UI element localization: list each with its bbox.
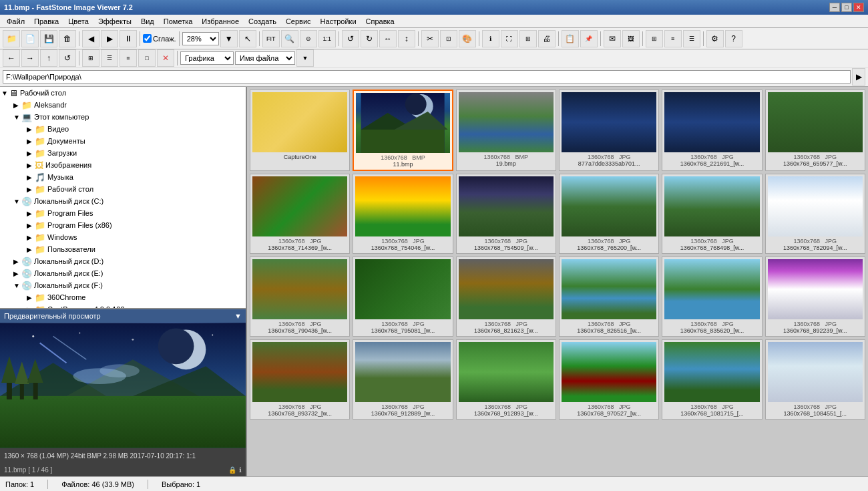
thumb-893732[interactable]: 1360x768 JPG 1360x768_893732_[w... [250,339,350,420]
cursor-button[interactable]: ↖ [239,30,256,47]
zoom-in-button[interactable]: 🔍 [281,30,298,47]
preview-collapse-icon[interactable]: ▼ [234,312,242,320]
expand-desktop2[interactable]: ▶ [27,186,35,193]
list-view-button[interactable]: ≡ [664,30,682,47]
tree-item-desktop[interactable]: ▼ 🖥 Рабочий стол [0,87,246,99]
sort-mode-select[interactable]: Имя файла [235,51,295,65]
zoom-dropdown-button[interactable]: ▼ [220,30,238,47]
flip-v-button[interactable]: ↕ [398,30,415,47]
expand-diskf[interactable]: ▼ [13,282,21,289]
thumb-1081715[interactable]: 1360x768 JPG 1360x768_1081715_[... [662,339,762,420]
resize-button[interactable]: ⊡ [440,30,457,47]
expand-aleksandr[interactable]: ▶ [13,102,21,109]
expand-docs[interactable]: ▶ [27,138,35,145]
thumb-835620[interactable]: 1360x768 JPG 1360x768_835620_[w... [662,257,762,337]
expand-users[interactable]: ▶ [27,246,35,253]
tree-item-users[interactable]: ▶ 📁 Пользователи [0,243,246,255]
tree-item-images[interactable]: ▶ 🖼 Изображения [0,159,246,171]
thumb-765200[interactable]: 1360x768 JPG 1360x768_765200_[w... [559,174,659,254]
expand-progfiles86[interactable]: ▶ [27,222,35,229]
thumb-795081[interactable]: 1360x768 JPG 1360x768_795081_[w... [353,257,453,337]
paste-button[interactable]: 📌 [580,30,598,47]
back-button[interactable]: ← [3,49,20,67]
delete-button[interactable]: 🗑 [59,30,76,47]
zoom-100-button[interactable]: 1:1 [318,30,336,47]
thumb-captureone[interactable]: CaptureOne [250,90,350,171]
detail-view-button[interactable]: ☰ [683,30,700,47]
thumbnail-panel[interactable]: CaptureOne [247,87,868,476]
copy-button[interactable]: 📋 [562,30,579,47]
wallpaper-button[interactable]: 🖼 [622,30,640,47]
settings-button[interactable]: ⚙ [706,30,724,47]
tree-item-downloads[interactable]: ▶ 📁 Загрузки [0,147,246,159]
thumb-826516[interactable]: 1360x768 JPG 1360x768_826516_[w... [559,257,659,337]
nav-btn-6[interactable]: ☰ [101,49,118,67]
zoom-fit-button[interactable]: FIT [262,30,280,47]
menu-settings[interactable]: Настройки [316,16,361,27]
tree-item-video[interactable]: ▶ 📁 Видео [0,123,246,135]
menu-file[interactable]: Файл [3,16,29,27]
fullscreen-button[interactable]: ⛶ [501,30,518,47]
sort-dir-button[interactable]: ▼ [296,49,314,67]
menu-help[interactable]: Справка [362,16,399,27]
tree-item-diskd[interactable]: ▶ 💿 Локальный диск (D:) [0,255,246,267]
tree-item-diske[interactable]: ▶ 💿 Локальный диск (E:) [0,267,246,279]
view-mode-select[interactable]: Графика [180,51,234,65]
thumb-912893[interactable]: 1360x768 JPG 1360x768_912893_[w... [456,339,556,420]
path-go-button[interactable]: ▶ [852,68,865,86]
menu-create[interactable]: Создать [244,16,280,27]
tree-item-progfiles[interactable]: ▶ 📁 Program Files [0,207,246,219]
menu-favorites[interactable]: Избранное [198,16,243,27]
thumb-877a[interactable]: 1360x768 JPG 877a7dde3335ab701... [559,90,659,171]
menu-effects[interactable]: Эффекты [94,16,136,27]
tree-item-windows[interactable]: ▶ 📁 Windows [0,231,246,243]
save-button[interactable]: 💾 [40,30,57,47]
open-folder-button[interactable]: 📁 [3,30,20,47]
email-button[interactable]: ✉ [604,30,621,47]
tree-item-diskf[interactable]: ▼ 💿 Локальный диск (F:) [0,279,246,291]
thumb-790436[interactable]: 1360x768 JPG 1360x768_790436_[w... [250,257,350,337]
thumb-754046[interactable]: 1360x768 JPG 1360x768_754046_[w... [353,174,453,254]
info-button[interactable]: ℹ [482,30,499,47]
expand-360chrome[interactable]: ▶ [27,294,35,301]
adjust-button[interactable]: 🎨 [459,30,476,47]
tree-item-centbrowser[interactable]: ▶ 📁 CentBrowser_4.0.9.102 [0,303,246,309]
tree-item-thispc[interactable]: ▼ 💻 Этот компьютер [0,111,246,123]
next-button[interactable]: ▶ [101,30,118,47]
expand-diskd[interactable]: ▶ [13,258,21,265]
tree-item-diskc[interactable]: ▼ 💿 Локальный диск (C:) [0,195,246,207]
thumb-970527[interactable]: 1360x768 JPG 1360x768_970527_[w... [559,339,659,420]
smooth-check[interactable]: Сглаж. [143,34,176,43]
thumb-892239[interactable]: 1360x768 JPG 1360x768_892239_[w... [765,257,865,337]
expand-diskc[interactable]: ▼ [13,198,21,205]
menu-service[interactable]: Сервис [282,16,315,27]
minimize-button[interactable]: ─ [829,3,840,12]
maximize-button[interactable]: □ [841,3,852,12]
open-file-button[interactable]: 📄 [21,30,39,47]
zoom-select[interactable]: 28%50%100% [182,32,219,45]
nav-btn-9[interactable]: ✕ [157,49,174,67]
thumb-768498[interactable]: 1360x768 JPG 1360x768_768498_[w... [662,174,762,254]
rotate-left-button[interactable]: ↺ [342,30,359,47]
window-controls[interactable]: ─ □ ✕ [829,3,864,12]
rotate-right-button[interactable]: ↻ [361,30,378,47]
thumb-912889[interactable]: 1360x768 JPG 1360x768_912889_[w... [353,339,453,420]
thumb-754509[interactable]: 1360x768 JPG 1360x768_754509_[w... [456,174,556,254]
expand-progfiles[interactable]: ▶ [27,210,35,217]
print-button[interactable]: 🖨 [538,30,556,47]
play-button[interactable]: ⏸ [120,30,137,47]
nav-btn-5[interactable]: ⊞ [82,49,99,67]
menu-edit[interactable]: Правка [30,16,63,27]
compare-button[interactable]: ⊞ [519,30,537,47]
expand-music[interactable]: ▶ [27,174,35,181]
expand-downloads[interactable]: ▶ [27,150,35,157]
flip-h-button[interactable]: ↔ [379,30,397,47]
thumb-11bmp[interactable]: 1360x768 BMP 11.bmp [353,90,453,171]
expand-thispc[interactable]: ▼ [13,114,21,121]
thumb-view-button[interactable]: ⊞ [646,30,663,47]
nav-btn-8[interactable]: □ [138,49,156,67]
thumb-659577[interactable]: 1360x768 JPG 1360x768_659577_[w... [765,90,865,171]
menu-colors[interactable]: Цвета [64,16,93,27]
expand-desktop[interactable]: ▼ [1,90,9,97]
folder-tree[interactable]: ▼ 🖥 Рабочий стол ▶ 📁 Aleksandr ▼ 💻 Этот … [0,87,246,309]
